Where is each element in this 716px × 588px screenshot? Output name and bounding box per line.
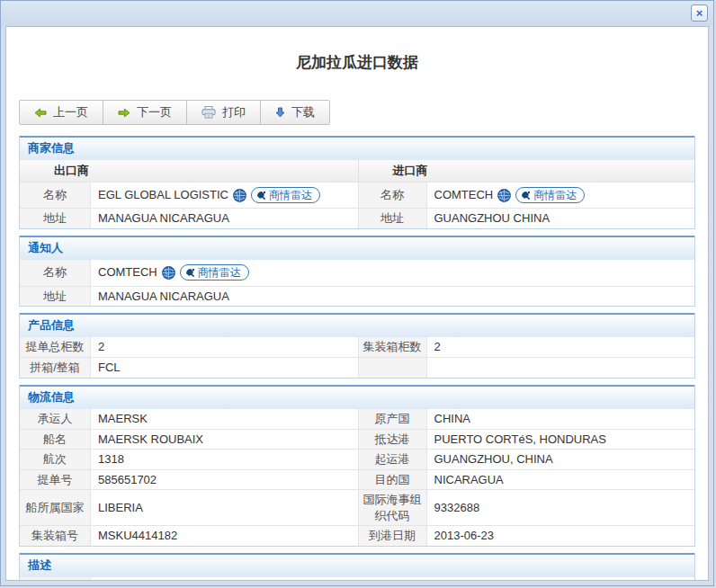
print-button[interactable]: 打印 bbox=[186, 100, 261, 125]
field-value: CHINA bbox=[427, 409, 695, 429]
field-value: GUANGZHOU, CHINA bbox=[427, 449, 695, 469]
section-logistics-header: 物流信息 bbox=[20, 385, 694, 409]
field-value: FCL bbox=[91, 357, 359, 378]
notify-name-value: COMTECH 商情雷达 bbox=[91, 260, 694, 286]
importer-name-value: COMTECH 商情雷达 bbox=[427, 182, 695, 208]
globe-icon[interactable] bbox=[497, 189, 511, 202]
field-value: 1318 bbox=[91, 449, 359, 469]
exporter-name-value: EGL GLOBAL LOGISTIC 商情雷达 bbox=[91, 182, 359, 208]
logistics-grid: 承运人 MAERSK 原产国 CHINA 船名 MAERSK ROUBAIX 抵… bbox=[20, 409, 694, 546]
download-button[interactable]: 下载 bbox=[260, 100, 330, 125]
printer-icon bbox=[201, 106, 216, 119]
radar-icon bbox=[521, 191, 531, 200]
prev-page-label: 上一页 bbox=[53, 104, 88, 120]
importer-subheader: 进口商 bbox=[359, 160, 695, 182]
next-page-button[interactable]: 下一页 bbox=[103, 100, 187, 125]
radar-badge[interactable]: 商情雷达 bbox=[515, 187, 585, 203]
field-label: 船名 bbox=[20, 429, 91, 450]
exporter-address-value: MANAGUA NICARAGUA bbox=[91, 208, 359, 228]
next-page-label: 下一页 bbox=[137, 104, 172, 120]
radar-badge-label: 商情雷达 bbox=[533, 188, 577, 202]
download-label: 下载 bbox=[291, 104, 315, 120]
product-grid: 提单总柜数 2 集装箱柜数 2 拼箱/整箱 FCL bbox=[20, 337, 694, 378]
field-label: 起运港 bbox=[359, 449, 427, 469]
field-label: 原产国 bbox=[359, 409, 427, 429]
field-label: 集装箱柜数 bbox=[359, 337, 427, 357]
globe-icon[interactable] bbox=[162, 266, 175, 280]
radar-badge-label: 商情雷达 bbox=[198, 265, 241, 280]
field-label: 拼箱/整箱 bbox=[20, 357, 91, 378]
radar-icon bbox=[185, 268, 195, 278]
prev-page-button[interactable]: 上一页 bbox=[19, 100, 103, 125]
merchant-grid: 出口商 进口商 名称 EGL GLOBAL LOGISTIC 商情雷达 名称 C… bbox=[20, 160, 694, 228]
company-name: COMTECH bbox=[98, 264, 157, 281]
section-merchant-info: 商家信息 出口商 进口商 名称 EGL GLOBAL LOGISTIC 商情雷达… bbox=[19, 136, 695, 229]
field-label: 国际海事组织代码 bbox=[359, 489, 427, 525]
company-name: EGL GLOBAL LOGISTIC bbox=[98, 187, 228, 203]
field-label: 承运人 bbox=[20, 409, 91, 429]
description-grid: 产品描述 SISTEMAS DE PODER bbox=[20, 577, 694, 581]
section-description-header: 描述 bbox=[20, 553, 694, 577]
section-product-header: 产品信息 bbox=[20, 313, 694, 337]
download-arrow-icon bbox=[275, 107, 285, 118]
field-value: MSKU4414182 bbox=[91, 525, 359, 546]
field-value: 2 bbox=[427, 337, 695, 357]
print-label: 打印 bbox=[222, 104, 246, 120]
arrow-left-icon bbox=[34, 108, 47, 118]
field-label: 地址 bbox=[359, 208, 427, 228]
notify-address-value: MANAGUA NICARAGUA bbox=[91, 286, 694, 307]
field-label: 目的国 bbox=[359, 469, 427, 490]
toolbar: 上一页 下一页 打印 bbox=[19, 100, 330, 125]
field-value: 2013-06-23 bbox=[427, 525, 695, 546]
dialog-panel: 尼加拉瓜进口数据 上一页 下一页 bbox=[5, 26, 709, 581]
field-label: 名称 bbox=[20, 182, 91, 208]
product-description-value: SISTEMAS DE PODER bbox=[91, 577, 694, 581]
field-label: 地址 bbox=[20, 286, 91, 307]
dialog-window: × 尼加拉瓜进口数据 上一页 下一页 bbox=[0, 0, 714, 586]
field-label: 产品描述 bbox=[20, 577, 91, 581]
company-name: COMTECH bbox=[434, 187, 494, 203]
field-value: MAERSK ROUBAIX bbox=[91, 429, 359, 450]
field-value: 2 bbox=[91, 337, 359, 357]
close-button[interactable]: × bbox=[691, 4, 708, 22]
field-label: 提单号 bbox=[20, 469, 91, 490]
field-label: 抵达港 bbox=[359, 429, 427, 450]
radar-icon bbox=[256, 191, 266, 200]
radar-badge-label: 商情雷达 bbox=[269, 188, 312, 202]
arrow-right-icon bbox=[118, 108, 130, 118]
field-label: 名称 bbox=[20, 260, 91, 286]
section-notify-party: 通知人 名称 COMTECH 商情雷达 地址 MANAGUA NICARAGUA bbox=[19, 236, 695, 307]
field-value: LIBERIA bbox=[91, 489, 359, 525]
radar-badge[interactable]: 商情雷达 bbox=[251, 187, 320, 203]
field-value bbox=[427, 357, 695, 378]
field-label: 地址 bbox=[20, 208, 91, 228]
field-value: MAERSK bbox=[91, 409, 359, 429]
field-label: 船所属国家 bbox=[20, 489, 91, 525]
section-merchant-header: 商家信息 bbox=[20, 136, 694, 160]
exporter-subheader: 出口商 bbox=[20, 160, 359, 182]
field-label bbox=[359, 357, 427, 378]
section-description: 描述 产品描述 SISTEMAS DE PODER bbox=[19, 553, 695, 581]
titlebar: × bbox=[1, 1, 713, 26]
field-label: 航次 bbox=[20, 449, 91, 469]
section-product-info: 产品信息 提单总柜数 2 集装箱柜数 2 拼箱/整箱 FCL bbox=[19, 313, 695, 379]
page-title: 尼加拉瓜进口数据 bbox=[6, 27, 708, 73]
field-label: 提单总柜数 bbox=[20, 337, 91, 357]
close-icon: × bbox=[696, 7, 703, 19]
field-value: PUERTO CORTéS, HONDURAS bbox=[427, 429, 695, 450]
field-value: NICARAGUA bbox=[427, 469, 695, 490]
importer-address-value: GUANGZHOU CHINA bbox=[427, 208, 695, 228]
field-value: 9332688 bbox=[427, 489, 695, 525]
notify-grid: 名称 COMTECH 商情雷达 地址 MANAGUA NICARAGUA bbox=[20, 260, 694, 307]
field-label: 名称 bbox=[359, 182, 427, 208]
radar-badge[interactable]: 商情雷达 bbox=[180, 264, 249, 281]
section-logistics-info: 物流信息 承运人 MAERSK 原产国 CHINA 船名 MAERSK ROUB… bbox=[19, 385, 695, 547]
section-notify-header: 通知人 bbox=[20, 236, 694, 260]
field-value: 585651702 bbox=[91, 469, 359, 490]
field-label: 集装箱号 bbox=[20, 525, 91, 546]
field-label: 到港日期 bbox=[359, 525, 427, 546]
globe-icon[interactable] bbox=[233, 189, 246, 202]
